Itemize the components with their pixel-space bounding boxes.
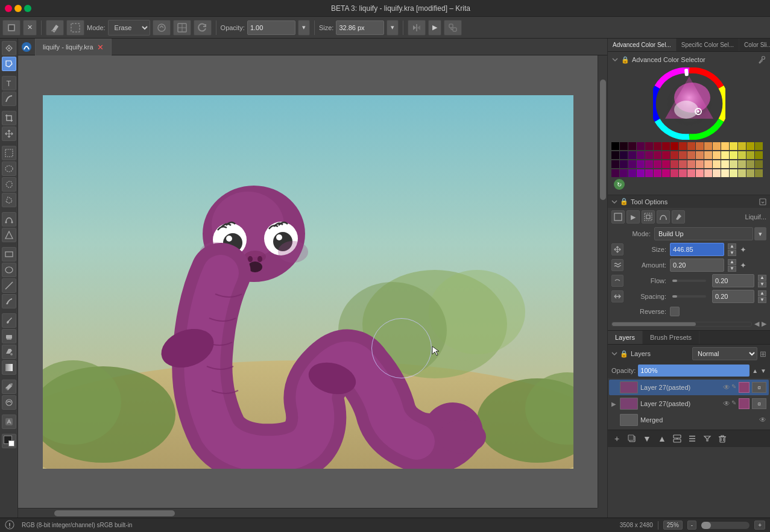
zoom-in-button[interactable]: + — [754, 521, 765, 530]
canvas-tab[interactable]: liquify - liquify.kra ✕ — [35, 39, 112, 55]
swatch[interactable] — [713, 151, 721, 159]
tool-paint[interactable] — [2, 313, 16, 328]
spacing-down-spinner[interactable]: ▼ — [758, 297, 766, 303]
merge-layer-button[interactable] — [671, 432, 684, 445]
swatch[interactable] — [730, 169, 737, 177]
swatch[interactable] — [620, 169, 628, 177]
swatch[interactable] — [620, 160, 628, 168]
tool-eraser[interactable] — [2, 329, 16, 343]
swatch[interactable] — [671, 142, 678, 150]
swatch[interactable] — [628, 142, 636, 150]
swatch[interactable] — [730, 151, 737, 159]
tool-freehand-select[interactable] — [2, 177, 16, 192]
zoom-level-button[interactable]: 25% — [663, 521, 683, 530]
swatch[interactable] — [662, 142, 670, 150]
layer-item[interactable]: ▶ Layer 27(pasted) 👁 ✎ α — [609, 396, 769, 412]
dropper-icon[interactable] — [758, 55, 766, 64]
swatch[interactable] — [704, 160, 712, 168]
swatch[interactable] — [671, 160, 678, 168]
swatch[interactable] — [696, 169, 704, 177]
tool-ellipse[interactable] — [2, 263, 16, 277]
layer-visible-icon[interactable]: 👁 — [759, 416, 766, 424]
move-layer-down-button[interactable]: ▼ — [640, 432, 654, 445]
swatch[interactable] — [687, 169, 695, 177]
tool-transform[interactable] — [2, 41, 16, 55]
flatten-layer-button[interactable] — [686, 432, 699, 445]
layer-opacity-up[interactable]: ▲ — [752, 368, 758, 374]
amount-dropper-icon[interactable]: ✦ — [740, 261, 746, 270]
color-wheel-svg[interactable] — [653, 67, 725, 140]
tool-options-scroll-right[interactable]: ▶ — [762, 320, 766, 328]
swatch[interactable] — [620, 142, 628, 150]
tool-options-header[interactable]: 🔒 Tool Options — [608, 195, 770, 208]
tool-opt-play-icon[interactable]: ▶ — [626, 210, 640, 224]
layer-blend-mode-select[interactable]: Normal Multiply Screen — [692, 347, 757, 360]
refresh-color-button[interactable]: ↻ — [614, 179, 625, 190]
tool-options-scroll-left[interactable]: ◀ — [754, 320, 759, 328]
flow-spinners[interactable]: ▲ ▼ — [758, 275, 766, 287]
tool-pen[interactable] — [2, 294, 16, 308]
size-up-spinner[interactable]: ▲ — [728, 243, 736, 249]
delete-layer-button[interactable] — [716, 432, 729, 445]
amount-down-spinner[interactable]: ▼ — [728, 266, 736, 272]
tool-fill[interactable] — [2, 345, 16, 359]
layers-collapse-icon[interactable] — [611, 351, 617, 357]
swatch[interactable] — [662, 169, 670, 177]
swatch[interactable] — [645, 169, 653, 177]
swatch[interactable] — [611, 151, 619, 159]
tool-ellipse-select[interactable] — [2, 161, 16, 176]
amount-drag-handle[interactable] — [611, 259, 623, 271]
swatch[interactable] — [687, 142, 695, 150]
layer-visible-icon[interactable]: 👁 — [723, 399, 730, 408]
tool-vector[interactable] — [2, 228, 16, 242]
swatch[interactable] — [746, 151, 754, 159]
swatch[interactable] — [738, 169, 746, 177]
tool-foreground[interactable] — [2, 434, 16, 448]
tool-poly-select[interactable] — [2, 193, 16, 207]
swatch[interactable] — [671, 151, 678, 159]
size-dropdown[interactable]: ▾ — [387, 20, 399, 36]
swatch[interactable] — [662, 151, 670, 159]
selection-button[interactable] — [66, 20, 84, 36]
swatch[interactable] — [704, 142, 712, 150]
swatch[interactable] — [721, 151, 729, 159]
swatch[interactable] — [654, 151, 661, 159]
swatch[interactable] — [637, 142, 645, 150]
opacity-input[interactable]: 1.00 — [247, 20, 295, 35]
layer-edit-icon[interactable]: ✎ — [731, 383, 736, 392]
window-controls[interactable] — [5, 5, 31, 12]
color-wheel-container[interactable] — [611, 67, 766, 140]
swatch[interactable] — [755, 169, 763, 177]
vertical-scrollbar[interactable] — [598, 55, 607, 508]
tool-crop[interactable] — [2, 111, 16, 125]
tab-close-button[interactable]: ✕ — [97, 43, 104, 52]
swatch[interactable] — [645, 142, 653, 150]
swatch[interactable] — [738, 160, 746, 168]
swatch[interactable] — [746, 169, 754, 177]
tool-options-scrollbar[interactable] — [611, 322, 752, 327]
swatch[interactable] — [730, 160, 737, 168]
swatch[interactable] — [721, 160, 729, 168]
size-option-value[interactable]: 446.85 — [670, 243, 724, 256]
reverse-checkbox[interactable] — [670, 307, 680, 316]
mode-extra-button[interactable] — [153, 20, 171, 36]
tool-opt-fill-icon[interactable] — [672, 210, 685, 224]
size-dropper-icon[interactable]: ✦ — [740, 245, 746, 254]
mirror-button[interactable] — [408, 20, 426, 36]
layer-item[interactable]: Merged 👁 — [609, 412, 769, 428]
tab-specific-color[interactable]: Specific Color Sel... — [677, 39, 739, 51]
layer-opacity-down[interactable]: ▼ — [760, 368, 766, 374]
refresh-button[interactable] — [194, 20, 212, 36]
swatch[interactable] — [696, 160, 704, 168]
opacity-dropdown[interactable]: ▾ — [298, 20, 310, 36]
swatch[interactable] — [704, 169, 712, 177]
swatch[interactable] — [620, 151, 628, 159]
swatch[interactable] — [696, 151, 704, 159]
swatch[interactable] — [611, 160, 619, 168]
canvas-container[interactable] — [18, 55, 598, 508]
tab-brush-presets[interactable]: Brush Presets — [643, 331, 699, 344]
swatch[interactable] — [755, 142, 763, 150]
swatch[interactable] — [721, 169, 729, 177]
tool-move[interactable] — [2, 127, 16, 141]
vscroll-thumb[interactable] — [600, 80, 606, 200]
